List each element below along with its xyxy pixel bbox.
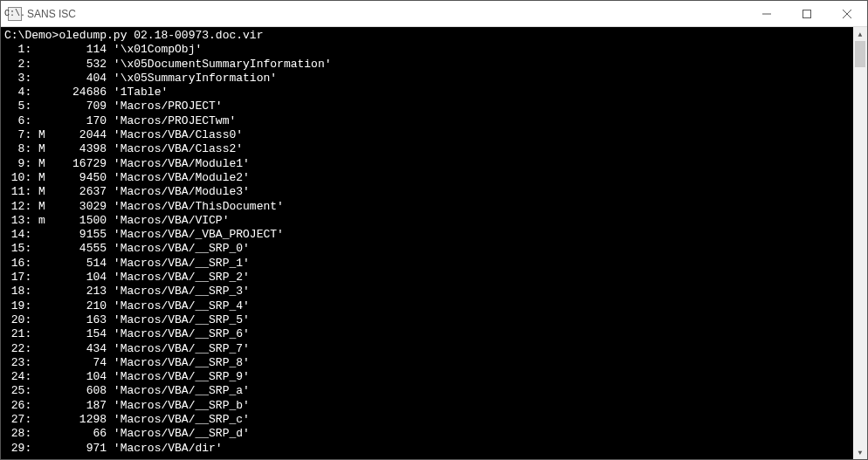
maximize-button[interactable] xyxy=(787,1,827,26)
console-output[interactable]: C:\Demo>oledump.py 02.18-00973.doc.vir 1… xyxy=(1,27,853,459)
row-streamname: '\x05DocumentSummaryInformation' xyxy=(114,58,332,71)
row-size: 971 xyxy=(52,442,114,455)
row-size: 1298 xyxy=(52,413,114,426)
row-streamname: 'Macros/VBA/__SRP_5' xyxy=(114,313,250,326)
output-row: 14: 9155 'Macros/VBA/_VBA_PROJECT' xyxy=(4,228,850,242)
command-text: oledump.py 02.18-00973.doc.vir xyxy=(59,29,263,42)
output-row: 27: 1298 'Macros/VBA/__SRP_c' xyxy=(4,413,850,427)
console-area: C:\Demo>oledump.py 02.18-00973.doc.vir 1… xyxy=(1,27,867,459)
row-streamname: 'Macros/VBA/__SRP_0' xyxy=(114,242,250,255)
output-row: 25: 608 'Macros/VBA/__SRP_a' xyxy=(4,384,850,398)
output-row: 29: 971 'Macros/VBA/dir' xyxy=(4,442,850,456)
row-size: 66 xyxy=(52,427,114,440)
row-flag xyxy=(38,43,52,56)
row-flag xyxy=(38,327,52,340)
row-streamname: 'Macros/VBA/__SRP_9' xyxy=(114,370,250,383)
row-flag xyxy=(38,114,52,127)
window-controls xyxy=(747,1,867,26)
row-flag xyxy=(38,356,52,369)
minimize-button[interactable] xyxy=(747,1,787,26)
close-button[interactable] xyxy=(827,1,867,26)
row-flag: M xyxy=(38,200,52,213)
row-index: 14: xyxy=(4,228,38,241)
row-flag xyxy=(38,100,52,113)
output-row: 6: 170 'Macros/PROJECTwm' xyxy=(4,114,850,128)
row-flag xyxy=(38,72,52,85)
row-index: 5: xyxy=(4,100,38,113)
row-streamname: 'Macros/VBA/__SRP_2' xyxy=(114,271,250,284)
row-streamname: 'Macros/VBA/__SRP_8' xyxy=(114,356,250,369)
row-streamname: 'Macros/VBA/__SRP_7' xyxy=(114,342,250,355)
row-index: 4: xyxy=(4,86,38,99)
row-flag xyxy=(38,58,52,71)
row-size: 154 xyxy=(52,327,114,340)
row-streamname: '\x01CompObj' xyxy=(114,43,202,56)
row-streamname: 'Macros/VBA/__SRP_d' xyxy=(114,427,250,440)
row-flag: m xyxy=(38,214,52,227)
scrollbar-track[interactable] xyxy=(853,41,867,445)
row-streamname: 'Macros/VBA/__SRP_c' xyxy=(114,413,250,426)
row-flag xyxy=(38,299,52,312)
row-size: 4555 xyxy=(52,242,114,255)
row-streamname: 'Macros/VBA/Class2' xyxy=(114,142,243,155)
output-row: 2: 532 '\x05DocumentSummaryInformation' xyxy=(4,58,850,72)
row-index: 10: xyxy=(4,171,38,184)
row-flag: M xyxy=(38,128,52,141)
row-index: 8: xyxy=(4,142,38,155)
prompt: C:\Demo> xyxy=(4,29,59,42)
output-row: 26: 187 'Macros/VBA/__SRP_b' xyxy=(4,399,850,413)
row-index: 19: xyxy=(4,299,38,312)
output-row: 28: 66 'Macros/VBA/__SRP_d' xyxy=(4,427,850,441)
scrollbar-thumb[interactable] xyxy=(855,41,865,67)
row-streamname: '1Table' xyxy=(114,86,168,99)
row-size: 74 xyxy=(52,356,114,369)
row-flag xyxy=(38,442,52,455)
row-index: 3: xyxy=(4,72,38,85)
titlebar[interactable]: C:\. SANS ISC xyxy=(1,1,867,27)
app-icon: C:\. xyxy=(8,7,22,21)
row-streamname: 'Macros/VBA/Module3' xyxy=(114,185,250,198)
row-flag: M xyxy=(38,142,52,155)
row-size: 16729 xyxy=(52,157,114,170)
row-size: 104 xyxy=(52,370,114,383)
output-row: 17: 104 'Macros/VBA/__SRP_2' xyxy=(4,271,850,285)
output-row: 1: 114 '\x01CompObj' xyxy=(4,43,850,57)
row-index: 29: xyxy=(4,442,38,455)
scroll-up-arrow[interactable]: ▲ xyxy=(853,27,867,41)
row-index: 17: xyxy=(4,271,38,284)
output-row: 10: M 9450 'Macros/VBA/Module2' xyxy=(4,171,850,185)
row-index: 28: xyxy=(4,427,38,440)
output-row: 7: M 2044 'Macros/VBA/Class0' xyxy=(4,128,850,142)
row-flag: M xyxy=(38,157,52,170)
row-size: 3029 xyxy=(52,200,114,213)
row-index: 1: xyxy=(4,43,38,56)
row-streamname: 'Macros/VBA/__SRP_1' xyxy=(114,257,250,270)
scroll-down-arrow[interactable]: ▼ xyxy=(853,445,867,459)
row-streamname: 'Macros/VBA/__SRP_3' xyxy=(114,285,250,298)
row-streamname: 'Macros/VBA/Module1' xyxy=(114,157,250,170)
row-streamname: 'Macros/VBA/__SRP_4' xyxy=(114,299,250,312)
row-flag xyxy=(38,370,52,383)
row-flag xyxy=(38,413,52,426)
row-size: 2044 xyxy=(52,128,114,141)
row-index: 6: xyxy=(4,114,38,127)
row-streamname: 'Macros/VBA/dir' xyxy=(114,442,223,455)
row-flag xyxy=(38,242,52,255)
row-size: 163 xyxy=(52,313,114,326)
vertical-scrollbar[interactable]: ▲ ▼ xyxy=(853,27,867,459)
output-row: 18: 213 'Macros/VBA/__SRP_3' xyxy=(4,285,850,299)
row-size: 434 xyxy=(52,342,114,355)
window-title: SANS ISC xyxy=(27,8,747,20)
row-streamname: 'Macros/VBA/__SRP_6' xyxy=(114,327,250,340)
row-index: 11: xyxy=(4,185,38,198)
row-size: 114 xyxy=(52,43,114,56)
row-size: 104 xyxy=(52,271,114,284)
output-row: 12: M 3029 'Macros/VBA/ThisDocument' xyxy=(4,200,850,214)
row-index: 9: xyxy=(4,157,38,170)
row-streamname: 'Macros/PROJECT' xyxy=(114,100,223,113)
row-streamname: 'Macros/VBA/__SRP_a' xyxy=(114,384,250,397)
row-flag xyxy=(38,313,52,326)
row-flag xyxy=(38,86,52,99)
row-flag xyxy=(38,399,52,412)
row-index: 23: xyxy=(4,356,38,369)
